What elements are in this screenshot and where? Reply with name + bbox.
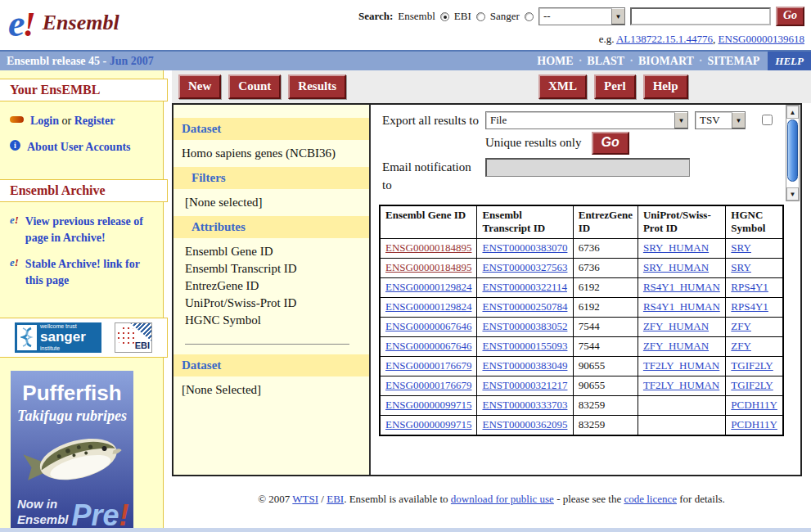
gene-id-link[interactable]: ENSG00000099715: [385, 399, 471, 411]
attribute-item[interactable]: Ensembl Transcript ID: [185, 260, 369, 277]
hgnc-symbol-link[interactable]: RPS4Y1: [731, 281, 768, 293]
transcript-id-link[interactable]: ENST00000383052: [482, 320, 567, 332]
hgnc-symbol-link[interactable]: ZFY: [731, 320, 751, 332]
transcript-id-link[interactable]: ENST00000321217: [482, 379, 567, 391]
attribute-item[interactable]: UniProt/Swiss-Prot ID: [185, 295, 369, 312]
hgnc-symbol-link[interactable]: RPS4Y1: [731, 300, 768, 313]
search-input[interactable]: [630, 7, 771, 25]
gene-id-link[interactable]: ENSG00000067646: [385, 340, 471, 352]
biomart-toolbar: New Count Results XML Perl Help: [172, 70, 811, 103]
nav-help-button[interactable]: HELP: [768, 52, 811, 70]
dataset-section-header[interactable]: Dataset: [173, 118, 369, 140]
perl-button[interactable]: Perl: [594, 74, 636, 99]
gene-id-link[interactable]: ENSG00000099715: [385, 418, 471, 431]
search-option-ebi-radio[interactable]: [476, 12, 485, 21]
transcript-id-link[interactable]: ENST00000322114: [482, 281, 567, 293]
gene-id-link[interactable]: ENSG00000176679: [385, 379, 471, 391]
transcript-id-link[interactable]: ENST00000250784: [482, 300, 567, 313]
stable-archive-link[interactable]: Stable Archive! link for this page: [25, 256, 156, 290]
uniprot-id-link[interactable]: RS4Y1_HUMAN: [643, 281, 720, 293]
gene-id-link[interactable]: ENSG00000129824: [385, 281, 471, 293]
filters-section-header[interactable]: Filters: [173, 167, 369, 189]
pufferfish-ad-banner[interactable]: Pufferfish Takifugu rubripes: [11, 371, 133, 532]
hgnc-symbol-link[interactable]: SRY: [731, 241, 751, 254]
dataset-value[interactable]: Homo sapiens genes (NCBI36): [173, 140, 369, 167]
export-go-button[interactable]: Go: [592, 132, 629, 155]
release-bar: Ensembl release 45 - Jun 2007 HOME· BLAS…: [0, 50, 811, 70]
sidebar-header-your-ensembl: Your EnsEMBL: [0, 79, 168, 101]
ebi-logo[interactable]: EBI: [115, 322, 152, 353]
nav-home[interactable]: HOME: [537, 55, 573, 68]
transcript-id-link[interactable]: ENST00000327563: [482, 261, 567, 273]
transcript-id-link[interactable]: ENST00000383049: [482, 359, 567, 372]
download-link[interactable]: download for public use: [451, 493, 554, 505]
ebi-link[interactable]: EBI: [327, 493, 344, 505]
hgnc-symbol-link[interactable]: TGIF2LY: [731, 359, 773, 372]
unique-results-checkbox[interactable]: [762, 115, 773, 125]
uniprot-id-link[interactable]: SRY_HUMAN: [643, 241, 709, 254]
hgnc-symbol-link[interactable]: PCDH11Y: [731, 418, 777, 431]
gene-id-link[interactable]: ENSG00000176679: [385, 359, 471, 372]
gene-id-link[interactable]: ENSG00000184895: [385, 261, 471, 273]
transcript-id-link[interactable]: ENST00000383070: [482, 241, 567, 254]
search-category-select[interactable]: -- ▼: [538, 7, 625, 25]
transcript-id-link[interactable]: ENST00000155093: [482, 340, 567, 352]
attributes-section-header[interactable]: Attributes: [173, 216, 369, 238]
nav-sitemap[interactable]: SITEMAP: [708, 55, 760, 68]
new-button[interactable]: New: [178, 74, 221, 99]
hgnc-symbol-link[interactable]: SRY: [731, 261, 751, 273]
transcript-id-link[interactable]: ENST00000362095: [482, 418, 567, 431]
scrollbar-thumb[interactable]: [787, 119, 798, 182]
uniprot-id-link[interactable]: RS4Y1_HUMAN: [643, 300, 720, 313]
wtsi-link[interactable]: WTSI: [292, 493, 318, 505]
results-table-body: ENSG00000184895 ENST00000383070 6736 SRY…: [380, 238, 783, 435]
nav-blast[interactable]: BLAST: [587, 55, 624, 68]
hgnc-symbol-link[interactable]: ZFY: [731, 340, 751, 352]
hgnc-symbol-link[interactable]: TGIF2LY: [731, 379, 773, 391]
scroll-down-icon[interactable]: ▼: [786, 187, 799, 201]
chevron-down-icon[interactable]: ▼: [674, 112, 687, 128]
scroll-up-icon[interactable]: ▲: [786, 106, 799, 119]
export-format-select[interactable]: TSV ▼: [695, 111, 746, 129]
transcript-id-link[interactable]: ENST00000333703: [482, 399, 567, 411]
code-licence-link[interactable]: code licence: [624, 493, 677, 505]
search-go-button[interactable]: Go: [776, 7, 804, 26]
attribute-item[interactable]: EntrezGene ID: [185, 277, 369, 295]
export-destination-select[interactable]: File ▼: [485, 111, 688, 129]
view-previous-release-link[interactable]: View previous release of page in Archive…: [25, 214, 156, 247]
count-button[interactable]: Count: [228, 74, 281, 99]
example-link-1[interactable]: AL138722.15.1.44776: [616, 33, 713, 45]
sanger-logo[interactable]: wellcome trust sanger institute: [15, 322, 101, 353]
col-header-entrez: EntrezGene ID: [573, 205, 638, 239]
attribute-item[interactable]: Ensembl Gene ID: [185, 243, 369, 260]
chevron-down-icon[interactable]: ▼: [611, 8, 624, 25]
sidebar-gap: [164, 70, 172, 532]
results-button[interactable]: Results: [288, 74, 346, 99]
uniprot-id-link[interactable]: TF2LY_HUMAN: [643, 379, 719, 391]
search-option-sanger-radio[interactable]: [525, 12, 534, 21]
email-notification-input[interactable]: [485, 158, 690, 177]
example-link-2[interactable]: ENSG00000139618: [719, 33, 804, 45]
help-button[interactable]: Help: [643, 74, 688, 99]
uniprot-id-link[interactable]: ZFY_HUMAN: [643, 340, 709, 352]
nav-biomart[interactable]: BIOMART: [638, 55, 694, 68]
uniprot-id-link[interactable]: SRY_HUMAN: [643, 261, 709, 273]
gene-id-link[interactable]: ENSG00000067646: [385, 320, 471, 332]
dataset2-section-header[interactable]: Dataset: [173, 354, 369, 376]
chevron-down-icon[interactable]: ▼: [732, 112, 745, 128]
results-scrollbar[interactable]: ▲ ▼: [786, 105, 800, 201]
register-link[interactable]: Register: [74, 115, 115, 127]
dna-helix-icon: [17, 325, 37, 350]
login-link[interactable]: Login: [30, 115, 59, 127]
gene-id-link[interactable]: ENSG00000129824: [385, 300, 471, 313]
ensembl-logo[interactable]: e! Ensembl: [8, 2, 119, 45]
attribute-item[interactable]: HGNC Symbol: [185, 312, 369, 329]
search-option-ebi-label: EBI: [454, 10, 471, 23]
gene-id-link[interactable]: ENSG00000184895: [385, 241, 471, 254]
hgnc-symbol-link[interactable]: PCDH11Y: [731, 399, 777, 411]
search-option-ensembl-radio[interactable]: [440, 12, 449, 21]
about-user-accounts-link[interactable]: About User Accounts: [27, 139, 131, 156]
uniprot-id-link[interactable]: ZFY_HUMAN: [643, 320, 709, 332]
uniprot-id-link[interactable]: TF2LY_HUMAN: [643, 359, 719, 372]
xml-button[interactable]: XML: [538, 74, 587, 99]
